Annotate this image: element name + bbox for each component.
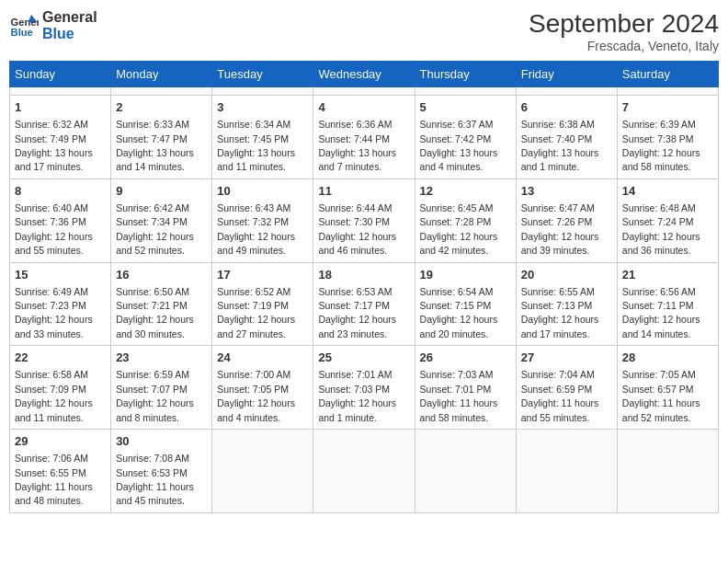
day-info: Sunrise: 6:47 AMSunset: 7:26 PMDaylight:… (521, 202, 599, 256)
calendar-cell (617, 87, 718, 96)
day-number: 4 (318, 99, 409, 116)
day-number: 15 (15, 267, 106, 283)
day-info: Sunrise: 6:34 AMSunset: 7:45 PMDaylight:… (217, 119, 295, 172)
day-info: Sunrise: 6:42 AMSunset: 7:34 PMDaylight:… (116, 202, 194, 256)
day-number: 19 (420, 267, 511, 283)
calendar-cell: 27 Sunrise: 7:04 AMSunset: 6:59 PMDaylig… (516, 346, 617, 430)
day-info: Sunrise: 6:56 AMSunset: 7:11 PMDaylight:… (622, 286, 700, 339)
day-info: Sunrise: 6:53 AMSunset: 7:17 PMDaylight:… (318, 286, 396, 339)
calendar-cell (313, 430, 415, 513)
col-header-wednesday: Wednesday (313, 62, 415, 87)
day-number: 24 (217, 350, 308, 366)
day-number: 13 (521, 183, 612, 200)
calendar-cell: 7 Sunrise: 6:39 AMSunset: 7:38 PMDayligh… (617, 96, 718, 179)
day-number: 3 (217, 99, 308, 116)
calendar-week-row: 15 Sunrise: 6:49 AMSunset: 7:23 PMDaylig… (10, 262, 719, 346)
calendar-cell: 25 Sunrise: 7:01 AMSunset: 7:03 PMDaylig… (313, 346, 415, 430)
calendar-cell (516, 430, 617, 513)
day-number: 23 (116, 350, 207, 366)
day-number: 1 (15, 99, 106, 116)
day-info: Sunrise: 6:50 AMSunset: 7:21 PMDaylight:… (116, 286, 194, 339)
day-info: Sunrise: 6:44 AMSunset: 7:30 PMDaylight:… (318, 202, 396, 256)
day-info: Sunrise: 7:06 AMSunset: 6:55 PMDaylight:… (15, 453, 93, 506)
col-header-saturday: Saturday (617, 62, 718, 87)
calendar-cell: 20 Sunrise: 6:55 AMSunset: 7:13 PMDaylig… (516, 262, 617, 346)
calendar-cell: 14 Sunrise: 6:48 AMSunset: 7:24 PMDaylig… (617, 178, 718, 262)
day-number: 12 (420, 183, 511, 200)
calendar-cell: 9 Sunrise: 6:42 AMSunset: 7:34 PMDayligh… (111, 178, 212, 262)
day-number: 16 (116, 267, 207, 283)
col-header-thursday: Thursday (415, 62, 516, 87)
day-number: 21 (622, 267, 713, 283)
day-info: Sunrise: 6:49 AMSunset: 7:23 PMDaylight:… (15, 286, 93, 339)
calendar-cell: 6 Sunrise: 6:38 AMSunset: 7:40 PMDayligh… (516, 96, 617, 179)
calendar-cell: 10 Sunrise: 6:43 AMSunset: 7:32 PMDaylig… (212, 178, 313, 262)
calendar-cell: 24 Sunrise: 7:00 AMSunset: 7:05 PMDaylig… (212, 346, 313, 430)
day-info: Sunrise: 7:08 AMSunset: 6:53 PMDaylight:… (116, 453, 194, 506)
calendar-header-row: SundayMondayTuesdayWednesdayThursdayFrid… (10, 62, 719, 87)
day-number: 26 (420, 350, 511, 366)
logo-text-line2: Blue (42, 26, 97, 42)
calendar-cell: 23 Sunrise: 6:59 AMSunset: 7:07 PMDaylig… (111, 346, 212, 430)
calendar-cell: 26 Sunrise: 7:03 AMSunset: 7:01 PMDaylig… (415, 346, 516, 430)
calendar-cell: 5 Sunrise: 6:37 AMSunset: 7:42 PMDayligh… (415, 96, 516, 179)
calendar-cell (313, 87, 415, 96)
calendar-cell (212, 87, 313, 96)
col-header-sunday: Sunday (10, 62, 111, 87)
calendar-cell: 1 Sunrise: 6:32 AMSunset: 7:49 PMDayligh… (10, 96, 111, 179)
day-number: 14 (622, 183, 713, 200)
day-number: 9 (116, 183, 207, 200)
calendar-cell: 18 Sunrise: 6:53 AMSunset: 7:17 PMDaylig… (313, 262, 415, 346)
month-title: September 2024 (529, 9, 719, 39)
calendar-cell: 21 Sunrise: 6:56 AMSunset: 7:11 PMDaylig… (617, 262, 718, 346)
day-number: 7 (622, 99, 713, 116)
calendar-cell: 16 Sunrise: 6:50 AMSunset: 7:21 PMDaylig… (111, 262, 212, 346)
day-info: Sunrise: 6:36 AMSunset: 7:44 PMDaylight:… (318, 119, 396, 172)
calendar-cell: 29 Sunrise: 7:06 AMSunset: 6:55 PMDaylig… (10, 430, 111, 513)
calendar-cell (415, 430, 516, 513)
day-number: 25 (318, 350, 409, 366)
day-info: Sunrise: 6:54 AMSunset: 7:15 PMDaylight:… (420, 286, 498, 339)
calendar-week-row: 22 Sunrise: 6:58 AMSunset: 7:09 PMDaylig… (10, 346, 719, 430)
calendar-cell: 2 Sunrise: 6:33 AMSunset: 7:47 PMDayligh… (111, 96, 212, 179)
day-info: Sunrise: 6:52 AMSunset: 7:19 PMDaylight:… (217, 286, 295, 339)
day-info: Sunrise: 6:32 AMSunset: 7:49 PMDaylight:… (15, 119, 93, 172)
calendar-cell (415, 87, 516, 96)
day-number: 28 (622, 350, 713, 366)
day-number: 29 (15, 433, 106, 450)
day-info: Sunrise: 6:39 AMSunset: 7:38 PMDaylight:… (622, 119, 700, 172)
day-info: Sunrise: 6:33 AMSunset: 7:47 PMDaylight:… (116, 119, 194, 172)
logo: General Blue General Blue (9, 9, 97, 42)
day-info: Sunrise: 6:59 AMSunset: 7:07 PMDaylight:… (116, 369, 194, 422)
calendar-cell: 28 Sunrise: 7:05 AMSunset: 6:57 PMDaylig… (617, 346, 718, 430)
svg-text:Blue: Blue (11, 27, 33, 38)
logo-icon: General Blue (9, 11, 39, 40)
day-info: Sunrise: 6:58 AMSunset: 7:09 PMDaylight:… (15, 369, 93, 422)
day-number: 11 (318, 183, 409, 200)
day-number: 6 (521, 99, 612, 116)
day-number: 22 (15, 350, 106, 366)
day-info: Sunrise: 6:43 AMSunset: 7:32 PMDaylight:… (217, 202, 295, 256)
calendar-table: SundayMondayTuesdayWednesdayThursdayFrid… (9, 61, 719, 513)
day-info: Sunrise: 6:38 AMSunset: 7:40 PMDaylight:… (521, 119, 599, 172)
calendar-cell: 30 Sunrise: 7:08 AMSunset: 6:53 PMDaylig… (111, 430, 212, 513)
day-number: 5 (420, 99, 511, 116)
logo-text-line1: General (42, 9, 97, 26)
calendar-cell: 12 Sunrise: 6:45 AMSunset: 7:28 PMDaylig… (415, 178, 516, 262)
day-info: Sunrise: 7:04 AMSunset: 6:59 PMDaylight:… (521, 369, 599, 422)
calendar-cell: 22 Sunrise: 6:58 AMSunset: 7:09 PMDaylig… (10, 346, 111, 430)
calendar-cell: 13 Sunrise: 6:47 AMSunset: 7:26 PMDaylig… (516, 178, 617, 262)
day-info: Sunrise: 7:05 AMSunset: 6:57 PMDaylight:… (622, 369, 700, 422)
day-number: 17 (217, 267, 308, 283)
calendar-cell: 3 Sunrise: 6:34 AMSunset: 7:45 PMDayligh… (212, 96, 313, 179)
day-info: Sunrise: 7:03 AMSunset: 7:01 PMDaylight:… (420, 369, 498, 422)
day-info: Sunrise: 6:45 AMSunset: 7:28 PMDaylight:… (420, 202, 498, 256)
calendar-week-row (10, 87, 719, 96)
day-number: 30 (116, 433, 207, 450)
day-number: 10 (217, 183, 308, 200)
col-header-monday: Monday (111, 62, 212, 87)
calendar-cell (111, 87, 212, 96)
day-number: 20 (521, 267, 612, 283)
day-number: 27 (521, 350, 612, 366)
calendar-cell: 17 Sunrise: 6:52 AMSunset: 7:19 PMDaylig… (212, 262, 313, 346)
